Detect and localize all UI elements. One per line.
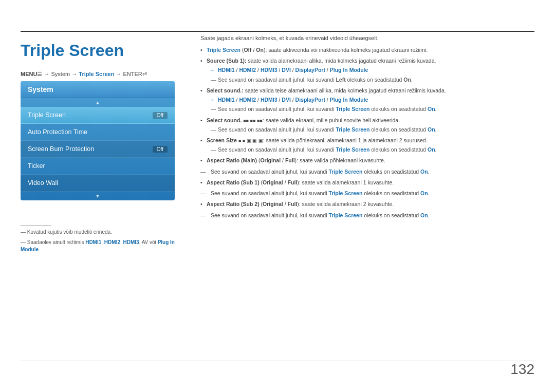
list-item-source: Source (Sub 1): saate valida alamekraani… (200, 57, 534, 84)
scroll-down-icon[interactable]: ▼ (21, 192, 175, 200)
menu-item-label: Auto Protection Time (28, 128, 87, 136)
sub-item-see-triple-1: See suvand on saadaval ainult juhul, kui… (211, 105, 534, 113)
sub-item-see-triple-2: See suvand on saadaval ainult juhul, kui… (211, 126, 534, 134)
list-item-screen-size: Screen Size ■ ■ ▣ ▣ ▣: saate valida põhi… (200, 137, 534, 154)
system-header: System (21, 81, 175, 98)
list-item-see-aspect-sub2: — See suvand on saadaval ainult juhul, k… (200, 212, 534, 219)
menu-path: MENU☰ → System → Triple Screen → ENTER⏎ (21, 71, 147, 78)
menu-item-screen-burn[interactable]: Screen Burn Protection Off (21, 141, 175, 158)
list-item-see-aspect-sub1: — See suvand on saadaval ainult juhul, k… (200, 190, 534, 197)
menu-item-badge: Off (153, 146, 168, 153)
menu-item-label: Screen Burn Protection (28, 145, 94, 153)
sub-item-hdmi-sound: HDMI1 / HDMI2 / HDMI3 / DVI / DisplayPor… (211, 96, 534, 104)
menu-item-auto-protection[interactable]: Auto Protection Time (21, 124, 175, 141)
menu-item-label: Video Wall (28, 179, 58, 186)
sub-item-see-left: See suvand on saadaval ainult juhul, kui… (211, 76, 534, 84)
footnote-area: ― Kuvatud kujutis võib mudeliti erineda.… (21, 225, 175, 256)
list-item-triple-screen: Triple Screen (Off / On): saate aktiveer… (200, 46, 534, 54)
menu-item-badge: Off (153, 112, 168, 119)
top-divider (21, 31, 534, 32)
page-number: 132 (510, 361, 534, 378)
feature-list: Triple Screen (Off / On): saate aktiveer… (200, 46, 534, 219)
content-intro: Saate jagada ekraani kolmeks, et kuvada … (200, 35, 534, 41)
scroll-up-icon[interactable]: ▲ (21, 98, 175, 107)
list-item-select-sound-2: Select sound. ■■ ■■ ■■: saate valida ekr… (200, 117, 534, 134)
bottom-divider (21, 361, 534, 361)
menu-item-triple-screen[interactable]: Triple Screen Off (21, 107, 175, 124)
menu-item-ticker[interactable]: Ticker (21, 158, 175, 175)
page-title: Triple Screen (21, 41, 124, 60)
system-panel: System ▲ Triple Screen Off Auto Protecti… (21, 81, 175, 200)
footnote-divider (21, 225, 51, 226)
list-item-aspect-sub2: Aspect Ratio (Sub 2) (Original / Full): … (200, 200, 534, 208)
menu-item-video-wall[interactable]: Video Wall (21, 175, 175, 192)
sub-item-see-triple-3: See suvand on saadaval ainult juhul, kui… (211, 146, 534, 154)
menu-item-label: Ticker (28, 162, 45, 170)
sub-item-hdmi-source: HDMI1 / HDMI2 / HDMI3 / DVI / DisplayPor… (211, 66, 534, 74)
list-item-select-sound-1: Select sound.: saate valida teise alamek… (200, 87, 534, 114)
list-item-see-aspect-main: — See suvand on saadaval ainult juhul, k… (200, 168, 534, 176)
menu-item-label: Triple Screen (28, 111, 66, 119)
list-item-aspect-main: Aspect Ratio (Main) (Original / Full): s… (200, 157, 534, 164)
footnote-1: ― Kuvatud kujutis võib mudeliti erineda. (21, 229, 175, 236)
content-area: Saate jagada ekraani kolmeks, et kuvada … (200, 35, 534, 222)
list-item-aspect-sub1: Aspect Ratio (Sub 1) (Original / Full): … (200, 179, 534, 186)
footnote-2: ― Saadaolev ainult režiimis HDMI1, HDMI2… (21, 239, 175, 253)
